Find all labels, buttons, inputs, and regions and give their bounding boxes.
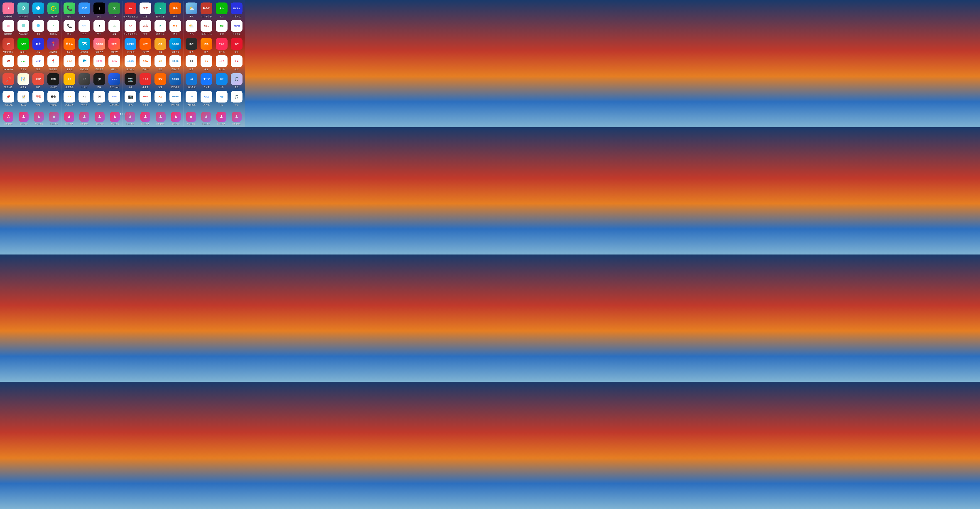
app-weather2[interactable]: ⛅ 天气 [184,19,199,36]
app-baidu[interactable]: 百度 百度 [31,37,46,54]
app-gaode2[interactable]: 🗺 高德地图 [77,55,92,72]
app-toutiao[interactable]: 头条 今日头条极速版 [123,2,138,19]
app-jiaotong2[interactable]: 12123 交管12123 [107,90,122,107]
app-xiaotu-15[interactable]: 图标小咖秀 [214,111,229,126]
app-dingding[interactable]: 钉钉 钉钉 [77,2,92,19]
app-music[interactable]: 🎵 音乐 [229,73,244,90]
app-mango2[interactable]: 芒果TV 芒果TV [138,55,153,72]
app-wps[interactable]: W WPS Office [1,37,16,54]
app-xiaotu-5[interactable]: 图标小咖秀 [62,111,77,126]
app-xiaotu-11[interactable]: 图标小咖秀 [153,111,168,126]
app-toutiao2[interactable]: 头条 今日头条极速版 [123,19,138,36]
app-weibo2[interactable]: 微博 微博 [229,55,244,72]
app-qqmusic[interactable]: ♪ QQ音乐 [46,2,61,19]
app-paste[interactable]: 📌 百度贴吧 [1,73,16,90]
app-xiaotu-7[interactable]: 图标小咖秀 [92,111,107,126]
app-notes2[interactable]: 📝 备忘录 [16,90,31,107]
app-xiaotu-16[interactable]: 图标小咖秀 [229,111,244,126]
app-qqmusic2[interactable]: ♪ QQ音乐 [46,19,61,36]
app-kuaishou2[interactable]: 快手 快手 [168,19,183,36]
app-xianyu[interactable]: 闲鱼 闲鱼 [199,37,214,54]
app-xiaohongshu[interactable]: 小红书 小红书 [214,37,229,54]
app-wps2[interactable]: W WPS Office [1,55,16,72]
app-kuaishou[interactable]: 快手 快手 [168,2,183,19]
app-meituanwai2[interactable]: 美团外卖 美团外卖 [168,55,183,72]
app-xiaotu-1[interactable]: 图标小咖秀 [1,111,16,126]
app-jianying[interactable]: 剪 剪映 [92,73,107,90]
app-faceu[interactable]: Faceu激萌 [16,2,31,19]
app-meituanwai[interactable]: 美团外卖 美团外卖 [168,37,183,54]
app-xiaotu-6[interactable]: 图标小咖秀 [77,111,92,126]
app-huya2[interactable]: 虎牙 虎牙直播 [62,90,77,107]
app-qq[interactable]: QQ [31,2,46,19]
app-calc2[interactable]: +-÷ 计算器 [77,90,92,107]
app-tencent[interactable]: 腾讯视频 腾讯视频 [168,73,183,90]
app-jiaotong[interactable]: 12123 交管12123 [107,73,122,90]
app-tuku2[interactable]: 图库 图库 [184,55,199,72]
app-bilibili[interactable]: bili 哔哩哔哩 [1,2,16,19]
app-kugou2[interactable]: K 酷狗音乐 [153,19,168,36]
app-notes[interactable]: 📝 备忘录 [16,73,31,90]
app-weather[interactable]: ⛅ 天气 [184,2,199,19]
app-music2[interactable]: 🎵 音乐 [229,90,244,107]
app-alipay2[interactable]: 支付宝 支付宝 [199,90,214,107]
app-xiaotu-4[interactable]: 图标小咖秀 [46,111,62,126]
app-wechat2[interactable]: 微信 微信 [214,19,229,36]
app-kugou[interactable]: K 酷狗音乐 [153,2,168,19]
app-hanju2[interactable]: 韩剧TV 韩剧TV [107,55,122,72]
app-hungry2[interactable]: 饿了么 饿了么 [62,55,77,72]
app-xiaotu-14[interactable]: 图标小咖秀 [199,111,214,126]
app-baidu2[interactable]: 百度 百度 [31,55,46,72]
app-camera[interactable]: 📷 相机 [123,73,138,90]
app-douyin[interactable]: ♪ 抖音 [92,2,107,19]
app-douban2[interactable]: 豆 豆瓣 [107,19,122,36]
app-alipay[interactable]: 支付宝 支付宝 [199,73,214,90]
app-jianying2[interactable]: 剪 剪映 [92,90,107,107]
app-xiaotu-9[interactable]: 图标小咖秀 [123,111,138,126]
app-jd[interactable]: 京东 京东 [138,2,153,19]
app-calc[interactable]: +-÷ 计算器 [77,73,92,90]
app-douyin2[interactable]: ♪ 抖音 [92,19,107,36]
app-changba[interactable]: 唱吧 唱吧 [31,73,46,90]
app-qiwei2[interactable]: 企业微信 企业微信 [123,55,138,72]
app-baidumap[interactable]: 📍 百度地图 [46,37,61,54]
app-gaode[interactable]: 🗺 高德地图 [77,37,92,54]
app-hungry[interactable]: 饿了么 饿了么 [62,37,77,54]
app-qq2[interactable]: QQ [31,19,46,36]
app-xianyu2[interactable]: 闲鱼 闲鱼 [199,55,214,72]
app-douban[interactable]: 豆 豆瓣 [107,2,122,19]
app-meitu[interactable]: 美图秀秀 美图秀秀 [92,37,107,54]
app-netease2[interactable]: 网易云 网易云音乐 [199,19,214,36]
app-pdd[interactable]: 拼多多 拼多多 [138,73,153,90]
app-faceu2[interactable]: Faceu激萌 [16,19,31,36]
app-camera2[interactable]: 📷 相机 [123,90,138,107]
app-mango[interactable]: 芒果TV 芒果TV [138,37,153,54]
app-youku[interactable]: 优酷 优酷视频 [184,73,199,90]
app-xiaotu-2[interactable]: 图标小咖秀 [16,111,31,126]
app-xiaotu-13[interactable]: 图标小咖秀 [183,111,199,126]
app-meituan2[interactable]: 美团 美团 [153,55,168,72]
app-wechat[interactable]: 微信 微信 [214,2,229,19]
app-iqiyi[interactable]: iQIYI 爱奇艺 [16,37,31,54]
app-phone2[interactable]: 📞 电话 [62,19,77,36]
app-xiaohongshu2[interactable]: 小红书 小红书 [214,55,229,72]
app-xiaotu-10[interactable]: 图标小咖秀 [138,111,153,126]
app-hanju[interactable]: 韩剧TV 韩剧TV [107,37,122,54]
app-qiwei[interactable]: 企业微信 企业微信 [123,37,138,54]
app-dingding2[interactable]: 钉钉 钉钉 [77,19,92,36]
app-xiaotu-8[interactable]: 图标小咖秀 [107,111,122,126]
app-baiduyun[interactable]: 百度网盘 百度网盘 [229,2,244,19]
app-taobao2[interactable]: 淘宝 淘宝 [153,90,168,107]
app-zhihu[interactable]: 知乎 知乎 [214,73,229,90]
app-meitu2[interactable]: 美图秀秀 美图秀秀 [92,55,107,72]
app-weibo[interactable]: 微博 微博 [229,37,244,54]
app-iqiyi2[interactable]: iQIYI 爱奇艺 [16,55,31,72]
app-paste2[interactable]: 📌 百度贴吧 [1,90,16,107]
app-netease[interactable]: 网易云 网易云音乐 [199,2,214,19]
app-dewu2[interactable]: 得物 得物(毒) [46,90,61,107]
app-huya[interactable]: 虎牙 虎牙直播 [62,73,77,90]
app-dewu[interactable]: 得物 得物(毒) [46,73,61,90]
app-jd2[interactable]: 京东 京东 [138,19,153,36]
app-baiduyun2[interactable]: 百度网盘 百度网盘 [229,19,244,36]
app-phone[interactable]: 📞 电话 [62,2,77,19]
